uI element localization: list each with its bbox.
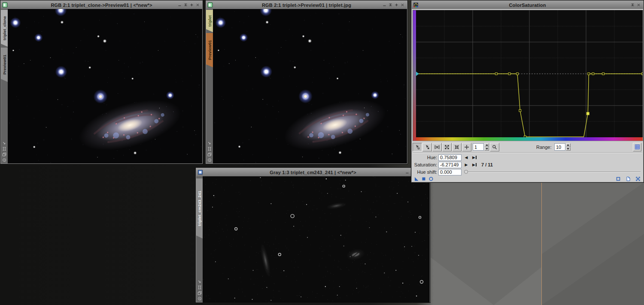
close-icon[interactable] bbox=[195, 2, 200, 8]
range-group: Range: bbox=[536, 143, 571, 151]
image-window-triplet: RGB 2:1 triplet->Preview01 | triplet.jpg… bbox=[205, 0, 408, 164]
previous-point-button[interactable]: ◀ bbox=[463, 154, 470, 160]
frame-icon[interactable] bbox=[207, 147, 212, 151]
layers-icon[interactable] bbox=[207, 152, 212, 157]
target-icon[interactable] bbox=[207, 158, 212, 162]
layers-icon[interactable] bbox=[2, 152, 6, 157]
edit-instance-source-button[interactable] bbox=[625, 176, 631, 182]
window-titlebar[interactable]: RGB 2:1 triplet_clone->Preview01 | <*new… bbox=[1, 1, 202, 9]
se-arrow-icon[interactable] bbox=[197, 280, 202, 284]
delete-point-mode-button[interactable] bbox=[432, 143, 442, 151]
close-icon[interactable] bbox=[400, 2, 405, 8]
image-canvas-rgb[interactable] bbox=[213, 9, 407, 163]
range-up-button[interactable] bbox=[566, 143, 571, 147]
apply-button[interactable] bbox=[420, 176, 427, 182]
hue-input[interactable] bbox=[438, 154, 462, 161]
image-window-icon bbox=[207, 2, 213, 8]
close-icon[interactable] bbox=[636, 2, 641, 8]
view-tab-preview01[interactable]: Preview01 bbox=[1, 48, 8, 82]
zoom-spinner bbox=[473, 143, 489, 151]
zoom-up-button[interactable] bbox=[484, 143, 489, 147]
hue-axis-bar bbox=[416, 137, 643, 141]
saturation-input[interactable] bbox=[438, 162, 462, 168]
slider-thumb[interactable] bbox=[464, 170, 468, 174]
image-canvas-gray[interactable] bbox=[203, 176, 430, 302]
window-title: RGB 2:1 triplet_clone->Preview01 | <*new… bbox=[1, 3, 202, 8]
shade-icon[interactable] bbox=[388, 2, 393, 8]
layers-icon[interactable] bbox=[197, 291, 202, 295]
edit-point-mode-button[interactable] bbox=[413, 143, 422, 151]
window-titlebar[interactable]: Gray 1:3 triplet_cm243_241 | <*new*> bbox=[196, 168, 430, 176]
range-label: Range: bbox=[536, 145, 551, 150]
saturation-label: Saturation: bbox=[411, 162, 437, 167]
window-side-tools bbox=[1, 141, 8, 162]
view-selector-strip: triplet Preview01 bbox=[206, 9, 213, 163]
zoom-down-button[interactable] bbox=[484, 147, 489, 151]
minimize-icon[interactable] bbox=[177, 2, 182, 8]
separator bbox=[413, 152, 642, 153]
last-point-button[interactable]: ▶ bbox=[471, 154, 478, 160]
view-tab-main[interactable]: triplet bbox=[206, 10, 213, 32]
saturation-curve-plot[interactable] bbox=[416, 10, 643, 137]
saturation-row: Saturation: ▶ ▶ 7 / 11 bbox=[411, 161, 644, 168]
range-down-button[interactable] bbox=[566, 147, 571, 151]
hue-label: Hue: bbox=[411, 155, 437, 160]
image-window-gray: Gray 1:3 triplet_cm243_241 | <*new*> tri… bbox=[195, 167, 431, 303]
last-point-button[interactable]: ▶ bbox=[471, 162, 478, 168]
realtime-preview-button[interactable] bbox=[428, 176, 434, 182]
window-titlebar[interactable]: RGB 2:1 triplet->Preview01 | triplet.jpg bbox=[206, 1, 407, 9]
view-tab-preview01[interactable]: Preview01 bbox=[206, 33, 213, 67]
frame-icon[interactable] bbox=[197, 285, 202, 290]
curve-toolbar: Range: bbox=[413, 142, 642, 152]
maximize-icon[interactable] bbox=[189, 2, 194, 8]
pan-mode-button[interactable] bbox=[462, 143, 471, 151]
zoom-1-1-button[interactable] bbox=[490, 143, 499, 151]
process-bottom-bar bbox=[413, 175, 642, 182]
point-index: 7 / 11 bbox=[481, 162, 493, 167]
grid-toggle-button[interactable] bbox=[633, 143, 641, 151]
maximize-icon[interactable] bbox=[394, 2, 399, 8]
dialog-titlebar[interactable]: ColorSaturation bbox=[412, 1, 643, 9]
frame-icon[interactable] bbox=[2, 147, 6, 151]
browse-documentation-button[interactable] bbox=[615, 176, 621, 182]
view-selector-strip: triplet_clone Preview01 bbox=[1, 9, 8, 163]
view-selector-strip: triplet_cm243_241 bbox=[196, 176, 203, 302]
se-arrow-icon[interactable] bbox=[207, 141, 212, 145]
se-arrow-icon[interactable] bbox=[2, 141, 6, 145]
shade-icon[interactable] bbox=[183, 2, 188, 8]
range-value-input[interactable] bbox=[554, 143, 565, 151]
view-tab-main[interactable]: triplet_cm243_241 bbox=[196, 178, 203, 239]
pixinsight-workspace: RGB 2:1 triplet_clone->Preview01 | <*new… bbox=[0, 0, 644, 305]
select-point-mode-button[interactable] bbox=[422, 143, 432, 151]
zoom-in-button[interactable] bbox=[442, 143, 452, 151]
new-instance-button[interactable] bbox=[413, 176, 419, 182]
window-side-tools bbox=[206, 141, 213, 162]
image-canvas-rgb-clone[interactable] bbox=[8, 9, 202, 163]
hue-shift-input[interactable] bbox=[438, 169, 462, 175]
next-point-button[interactable]: ▶ bbox=[463, 162, 470, 168]
colorsaturation-dialog: ColorSaturation bbox=[411, 0, 644, 183]
minimize-icon[interactable] bbox=[382, 2, 387, 8]
zoom-value-input[interactable] bbox=[473, 143, 484, 151]
view-tab-main[interactable]: triplet_clone bbox=[1, 10, 8, 47]
window-side-tools bbox=[196, 280, 203, 301]
image-window-icon bbox=[2, 2, 8, 8]
range-spinner bbox=[554, 143, 571, 151]
minimize-icon[interactable] bbox=[404, 169, 410, 175]
image-window-triplet-clone: RGB 2:1 triplet_clone->Preview01 | <*new… bbox=[0, 0, 203, 164]
saturation-axis-strip bbox=[413, 10, 416, 141]
hue-shift-slider[interactable] bbox=[465, 172, 641, 172]
image-window-icon bbox=[197, 169, 203, 175]
dialog-title: ColorSaturation bbox=[412, 3, 643, 8]
hue-shift-row: Hue shift: bbox=[411, 169, 644, 175]
zoom-out-button[interactable] bbox=[452, 143, 462, 151]
colorsaturation-app-icon bbox=[413, 2, 419, 8]
wallpaper-line bbox=[541, 182, 542, 305]
target-icon[interactable] bbox=[2, 158, 6, 162]
curve-editor[interactable] bbox=[413, 10, 643, 141]
hue-shift-label: Hue shift: bbox=[411, 169, 437, 175]
target-icon[interactable] bbox=[197, 296, 202, 301]
shade-icon[interactable] bbox=[630, 2, 635, 8]
reset-button[interactable] bbox=[635, 176, 641, 182]
window-title: Gray 1:3 triplet_cm243_241 | <*new*> bbox=[196, 170, 430, 175]
